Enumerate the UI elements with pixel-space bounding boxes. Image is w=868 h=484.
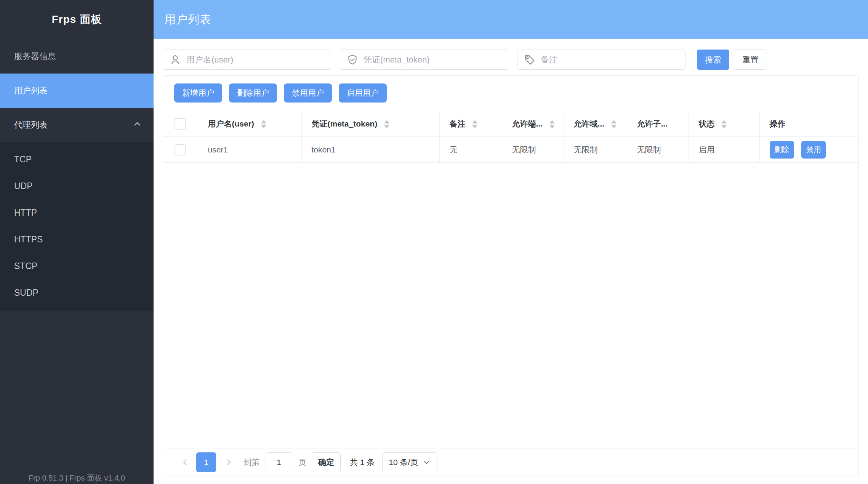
col-label: 状态: [699, 119, 715, 128]
main-content: 用户名(user) 凭证(meta_token) 备注 搜索 重置 新增用户: [154, 39, 868, 484]
sort-caret-icon[interactable]: [721, 120, 727, 128]
sidebar-item-label: 代理列表: [14, 119, 48, 131]
col-label: 操作: [770, 119, 786, 128]
add-user-button[interactable]: 新增用户: [174, 83, 222, 103]
table-row: user1 token1 无 无限制 无限制 无限制 启用 删除 禁用: [163, 137, 858, 163]
sort-caret-icon[interactable]: [549, 120, 555, 128]
note-placeholder: 备注: [541, 54, 557, 66]
col-label: 用户名(user): [208, 119, 254, 128]
cell-ports: 无限制: [502, 137, 564, 163]
col-username: 用户名(user): [198, 111, 301, 137]
table-header-row: 用户名(user) 凭证(meta_token) 备注 允许端...: [163, 111, 858, 137]
col-note: 备注: [439, 111, 502, 137]
toolbar: 新增用户 删除用户 禁用用户 启用用户: [163, 76, 858, 103]
sidebar-item-udp[interactable]: UDP: [0, 173, 154, 199]
sort-caret-icon[interactable]: [261, 120, 266, 128]
search-button[interactable]: 搜索: [697, 50, 729, 70]
col-token: 凭证(meta_token): [301, 111, 439, 137]
cell-token: token1: [301, 137, 439, 163]
sort-caret-icon[interactable]: [611, 120, 617, 128]
cell-domains: 无限制: [564, 137, 627, 163]
sort-caret-icon[interactable]: [384, 120, 389, 128]
cell-username: user1: [198, 137, 301, 163]
next-page-icon[interactable]: [224, 457, 234, 467]
proxy-submenu: TCP UDP HTTP HTTPS STCP SUDP: [0, 142, 154, 311]
goto-confirm-button[interactable]: 确定: [312, 452, 341, 472]
cell-note: 无: [439, 137, 502, 163]
sidebar-item-label: 服务器信息: [14, 51, 56, 62]
cell-subdomains: 无限制: [627, 137, 689, 163]
header-checkbox-cell: [163, 111, 198, 137]
user-icon: [169, 54, 181, 66]
sidebar-item-tcp[interactable]: TCP: [0, 146, 154, 173]
sidebar-item-sudp[interactable]: SUDP: [0, 279, 154, 306]
prev-page-icon[interactable]: [180, 457, 190, 467]
chevron-up-icon: [132, 119, 142, 131]
goto-suffix-label: 页: [298, 457, 306, 468]
row-delete-button[interactable]: 删除: [770, 141, 794, 159]
sidebar-item-http[interactable]: HTTP: [0, 199, 154, 226]
enable-user-button[interactable]: 启用用户: [339, 83, 387, 103]
cell-actions: 删除 禁用: [759, 137, 858, 163]
total-count-label: 共 1 条: [350, 457, 375, 468]
note-input[interactable]: 备注: [517, 50, 685, 70]
col-allow-domains: 允许域...: [564, 111, 627, 137]
page-number-button[interactable]: 1: [196, 452, 216, 472]
sidebar-item-stcp[interactable]: STCP: [0, 253, 154, 279]
chevron-down-icon: [423, 458, 431, 466]
sidebar: Frps 面板 服务器信息 用户列表 代理列表 TCP UDP HTTP HTT…: [0, 0, 154, 484]
sidebar-item-label: 用户列表: [14, 85, 48, 96]
col-label: 凭证(meta_token): [312, 119, 378, 128]
col-label: 允许域...: [574, 119, 605, 128]
col-allow-ports: 允许端...: [502, 111, 564, 137]
goto-prefix-label: 到第: [243, 457, 259, 468]
sidebar-item-https[interactable]: HTTPS: [0, 226, 154, 253]
disable-user-button[interactable]: 禁用用户: [284, 83, 332, 103]
sidebar-item-user-list[interactable]: 用户列表: [0, 74, 154, 108]
username-input[interactable]: 用户名(user): [163, 50, 331, 70]
row-disable-button[interactable]: 禁用: [801, 141, 826, 159]
reset-button[interactable]: 重置: [734, 50, 767, 70]
col-label: 允许子...: [637, 119, 668, 128]
sort-caret-icon[interactable]: [472, 120, 477, 128]
page-size-select[interactable]: 10 条/页: [382, 452, 437, 472]
token-input[interactable]: 凭证(meta_token): [340, 50, 508, 70]
cell-status: 启用: [689, 137, 759, 163]
row-checkbox-cell: [163, 137, 198, 163]
page-size-value: 10 条/页: [389, 457, 418, 468]
tag-icon: [524, 54, 536, 66]
user-table: 用户名(user) 凭证(meta_token) 备注 允许端...: [163, 111, 858, 163]
shield-check-icon: [346, 54, 359, 66]
app-title: Frps 面板: [0, 0, 154, 39]
page-header: 用户列表: [154, 0, 868, 39]
goto-page-input[interactable]: 1: [266, 452, 292, 472]
col-allow-subdomains: 允许子...: [627, 111, 689, 137]
pagination-bar: 1 到第 1 页 确定 共 1 条 10 条/页: [163, 449, 858, 476]
username-placeholder: 用户名(user): [186, 54, 233, 66]
col-status: 状态: [689, 111, 759, 137]
sidebar-item-proxy-list[interactable]: 代理列表: [0, 108, 154, 142]
token-placeholder: 凭证(meta_token): [364, 54, 430, 66]
version-footer: Frp 0.51.3 | Frps 面板 v1.4.0: [0, 473, 154, 483]
select-all-checkbox[interactable]: [175, 118, 186, 130]
frps-panel-app: Frps 面板 服务器信息 用户列表 代理列表 TCP UDP HTTP HTT…: [0, 0, 868, 484]
col-actions: 操作: [759, 111, 858, 137]
row-checkbox[interactable]: [175, 144, 186, 155]
page-title: 用户列表: [164, 12, 211, 27]
user-table-card: 新增用户 删除用户 禁用用户 启用用户 用户: [163, 75, 859, 476]
sidebar-item-server-info[interactable]: 服务器信息: [0, 39, 154, 74]
delete-user-button[interactable]: 删除用户: [229, 83, 277, 103]
col-label: 允许端...: [512, 119, 543, 128]
search-row: 用户名(user) 凭证(meta_token) 备注 搜索 重置: [163, 50, 767, 70]
col-label: 备注: [450, 119, 466, 128]
